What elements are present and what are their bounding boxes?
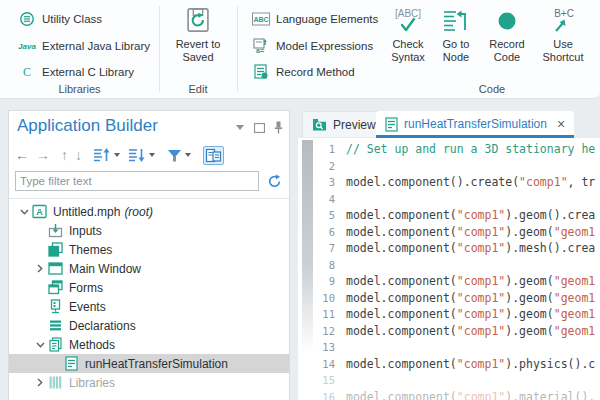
tree-item-methods[interactable]: Methods xyxy=(9,335,289,354)
code-editor[interactable]: Preview runHeatTransferSimulation × 1// … xyxy=(298,110,600,400)
filter-input[interactable] xyxy=(15,171,259,191)
revert-floppy-icon xyxy=(184,6,212,34)
chevron-down-icon[interactable] xyxy=(17,209,31,215)
revert-to-saved-button[interactable]: Revert to Saved xyxy=(170,6,226,64)
tree-item-declarations[interactable]: Declarations xyxy=(9,316,289,335)
record-method-button[interactable]: Record Method xyxy=(246,62,355,82)
code-line-8: 8 xyxy=(298,257,600,274)
external-java-library-button[interactable]: Java External Java Library xyxy=(12,36,150,56)
show-all-toggle-button[interactable] xyxy=(203,146,224,165)
methods-icon xyxy=(47,337,63,352)
forms-icon xyxy=(47,280,63,295)
refresh-icon[interactable] xyxy=(267,174,282,189)
svg-text:A: A xyxy=(36,207,43,217)
code-line-12: 12model.component("comp1").geom("geom1 xyxy=(298,323,600,340)
tree-item-root[interactable]: AUntitled.mph(root) xyxy=(9,202,289,221)
chevron-down-icon[interactable] xyxy=(33,342,47,348)
tab-preview-label: Preview xyxy=(333,118,376,132)
panel-title: Application Builder xyxy=(17,116,158,136)
goto-node-button[interactable]: Go to Node xyxy=(431,6,481,64)
language-elements-button[interactable]: ABC Language Elements xyxy=(246,9,378,29)
code-text: model.component("comp1").geom().crea xyxy=(346,208,595,222)
tree-item-inputs[interactable]: Inputs xyxy=(9,221,289,240)
move-down-icon[interactable]: ↓ xyxy=(75,148,82,162)
code-text: // Set up and run a 3D stationary he xyxy=(346,142,595,156)
tree-item-forms[interactable]: Forms xyxy=(9,278,289,297)
svg-text:a=: a= xyxy=(256,47,264,54)
check-syntax-label: Check Syntax xyxy=(383,38,433,64)
tree-item-themes[interactable]: Themes xyxy=(9,240,289,259)
line-number: 2 xyxy=(298,160,346,172)
abc-box-icon: ABC xyxy=(246,12,276,26)
record-code-button[interactable]: Record Code xyxy=(482,6,532,64)
forward-arrow-icon[interactable]: → xyxy=(36,148,50,162)
tree-item-events[interactable]: Events xyxy=(9,297,289,316)
tree-item-suffix: (root) xyxy=(124,205,153,219)
code-line-9: 9model.component("comp1").geom("geom1 xyxy=(298,273,600,290)
root-icon: A xyxy=(31,204,47,219)
chevron-right-icon[interactable] xyxy=(33,378,47,387)
ribbon: Utility Class Java External Java Library… xyxy=(0,0,600,99)
c-icon: C xyxy=(12,65,42,80)
goto-node-icon xyxy=(442,6,470,36)
tab-close-icon[interactable]: × xyxy=(557,116,565,132)
check-syntax-icon: [ABC] xyxy=(389,6,427,36)
code-line-7: 7model.component("comp1").mesh().crea xyxy=(298,240,600,257)
code-group-label: Code xyxy=(462,83,522,95)
preview-icon xyxy=(312,118,327,131)
code-line-2: 2 xyxy=(298,158,600,175)
record-code-icon xyxy=(497,6,517,36)
code-text: model.component("comp1").mesh().crea xyxy=(346,241,595,255)
external-java-library-label: External Java Library xyxy=(42,40,150,52)
tree-item-label: Main Window xyxy=(69,262,141,276)
code-line-5: 5model.component("comp1").geom().crea xyxy=(298,207,600,224)
code-text: model.component("comp1").physics().c xyxy=(346,357,595,371)
tab-run-method[interactable]: runHeatTransferSimulation × xyxy=(376,111,574,137)
code-text: model.component("comp1").geom("geom1 xyxy=(346,291,595,305)
line-number: 16 xyxy=(298,391,346,400)
move-up-icon[interactable]: ↑ xyxy=(61,148,68,162)
tree-item-libraries[interactable]: Libraries xyxy=(9,373,289,392)
record-method-label: Record Method xyxy=(276,66,355,78)
dropdown-caret-icon xyxy=(148,152,156,158)
tree-item-label: Declarations xyxy=(69,319,136,333)
svg-text:[ABC]: [ABC] xyxy=(395,8,421,19)
filter-button[interactable] xyxy=(167,148,192,163)
use-shortcut-button[interactable]: B+C Use Shortcut xyxy=(536,6,590,64)
code-line-16: 16model.component("comp1").material(). xyxy=(298,389,600,400)
check-syntax-button[interactable]: [ABC] Check Syntax xyxy=(383,6,433,64)
panel-pin-icon[interactable] xyxy=(274,121,283,134)
libraries-icon xyxy=(47,375,63,390)
dropdown-caret-icon xyxy=(113,152,121,158)
line-number: 10 xyxy=(298,292,346,304)
revert-to-saved-label: Revert to Saved xyxy=(170,38,226,64)
edit-group-label: Edit xyxy=(159,83,237,95)
line-number: 14 xyxy=(298,358,346,370)
record-method-icon xyxy=(246,64,276,80)
tree-item-main-window[interactable]: Main Window xyxy=(9,259,289,278)
tab-preview[interactable]: Preview xyxy=(302,111,386,137)
expand-down-button[interactable] xyxy=(128,147,156,163)
code-text: model.component("comp1").geom("geom1 xyxy=(346,307,595,321)
line-number: 11 xyxy=(298,308,346,320)
tree-item-label: Untitled.mph xyxy=(53,205,120,219)
collapse-up-button[interactable] xyxy=(93,147,121,163)
tree-item-label: Events xyxy=(69,300,106,314)
code-area[interactable]: 1// Set up and run a 3D stationary he23m… xyxy=(298,138,600,400)
code-text: model.component("comp1").material(). xyxy=(346,390,595,400)
tree-item-run-method[interactable]: runHeatTransferSimulation xyxy=(9,354,289,373)
chevron-right-icon[interactable] xyxy=(33,264,47,273)
panel-float-icon[interactable] xyxy=(254,123,265,133)
utility-class-button[interactable]: Utility Class xyxy=(12,9,102,29)
use-shortcut-icon: B+C xyxy=(548,6,578,36)
code-text: model.component().create("comp1", tr xyxy=(346,175,595,189)
application-builder-panel: Application Builder ← → ↑ ↓ AUntitled. xyxy=(8,110,290,400)
model-expressions-button[interactable]: a= Model Expressions xyxy=(246,36,373,56)
line-number: 5 xyxy=(298,209,346,221)
panel-menu-chevron-icon[interactable] xyxy=(235,124,245,131)
external-c-library-button[interactable]: C External C Library xyxy=(12,62,134,82)
tab-run-method-label: runHeatTransferSimulation xyxy=(404,117,547,131)
line-number: 15 xyxy=(298,374,346,386)
back-arrow-icon[interactable]: ← xyxy=(15,148,29,162)
code-lines: 1// Set up and run a 3D stationary he23m… xyxy=(298,141,600,400)
